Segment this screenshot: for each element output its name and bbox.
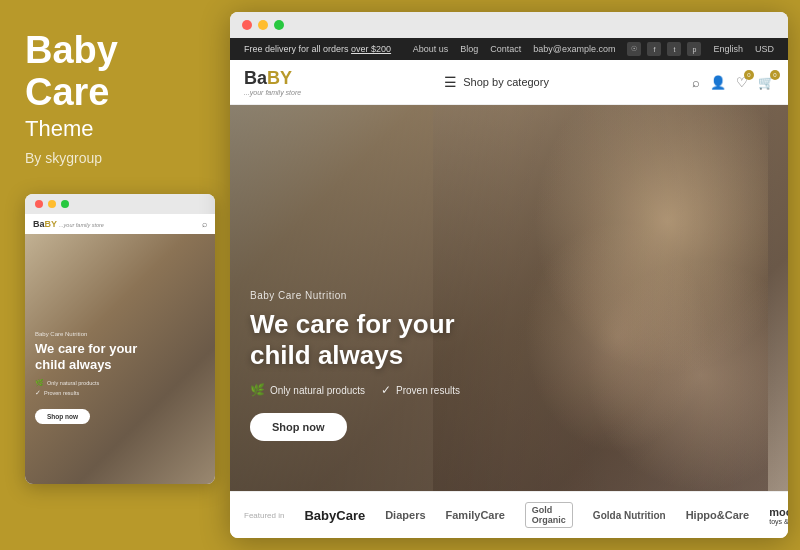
- mini-browser-bar: [25, 194, 215, 214]
- hero-section: Baby Care Nutrition We care for your chi…: [230, 105, 788, 491]
- blog-link[interactable]: Blog: [460, 44, 478, 54]
- twitter-icon[interactable]: t: [667, 42, 681, 56]
- top-bar-right: About us Blog Contact baby@example.com ☉…: [413, 42, 774, 56]
- mini-natural-icon: 🌿: [35, 379, 44, 387]
- mini-badge-proven: ✓ Proven results: [35, 389, 137, 397]
- brand-hippo: Hippo&Care: [686, 509, 750, 521]
- promo-text: Free delivery for all orders over $200: [244, 44, 391, 54]
- brand-line1: Baby: [25, 29, 118, 71]
- brand-gold-organic: GoldOrganic: [525, 502, 573, 528]
- brands-bar: Featured in BabyCare Diapers FamilyCare …: [230, 491, 788, 538]
- email-link[interactable]: baby@example.com: [533, 44, 615, 54]
- nav-action-icons: ⌕ 👤 ♡ 0 🛒 0: [692, 75, 774, 90]
- hero-content: Baby Care Nutrition We care for your chi…: [250, 290, 460, 441]
- nav-logo-tagline: ...your family store: [244, 89, 301, 96]
- hero-badge-proven: ✓ Proven results: [381, 383, 460, 397]
- brand-familycare: FamilyCare: [446, 509, 505, 521]
- browser-chrome-bar: [230, 12, 788, 38]
- mini-search-icon: ⌕: [202, 219, 207, 229]
- mini-tagline: ...your family store: [59, 222, 104, 228]
- nav-category-menu[interactable]: ☰ Shop by category: [444, 74, 549, 90]
- mini-badge-natural: 🌿 Only natural products: [35, 379, 137, 387]
- mini-nav: BaBY ...your family store ⌕: [25, 214, 215, 234]
- browser-dot-green: [274, 20, 284, 30]
- wishlist-icon[interactable]: ♡ 0: [736, 75, 748, 90]
- user-icon[interactable]: 👤: [710, 75, 726, 90]
- promo-highlight: over $200: [351, 44, 391, 54]
- mini-badges: 🌿 Only natural products ✓ Proven results: [35, 379, 137, 397]
- brand-moomy: moomytoys & supplies: [769, 506, 788, 525]
- facebook-icon[interactable]: f: [647, 42, 661, 56]
- about-us-link[interactable]: About us: [413, 44, 449, 54]
- brand-line2: Care: [25, 71, 110, 113]
- currency-selector[interactable]: USD: [755, 44, 774, 54]
- pinterest-icon[interactable]: p: [687, 42, 701, 56]
- nav-logo-text: BaBY: [244, 68, 301, 89]
- mini-shop-button[interactable]: Shop now: [35, 409, 90, 424]
- search-icon[interactable]: ⌕: [692, 75, 700, 90]
- hero-badge-natural: 🌿 Only natural products: [250, 383, 365, 397]
- wishlist-badge: 0: [744, 70, 754, 80]
- mini-dot-green: [61, 200, 69, 208]
- mini-content: BaBY ...your family store ⌕ Baby Care Nu…: [25, 214, 215, 484]
- mini-logo-text: BaBY: [33, 219, 57, 229]
- mini-proven-icon: ✓: [35, 389, 41, 397]
- browser-content: Free delivery for all orders over $200 A…: [230, 38, 788, 538]
- announcement-bar: Free delivery for all orders over $200 A…: [230, 38, 788, 60]
- mini-browser-preview: BaBY ...your family store ⌕ Baby Care Nu…: [25, 194, 215, 484]
- brand-babycare: BabyCare: [304, 508, 365, 523]
- hero-badges: 🌿 Only natural products ✓ Proven results: [250, 383, 460, 397]
- mini-hero-content: Baby Care Nutrition We care for your chi…: [35, 331, 137, 423]
- main-browser: Free delivery for all orders over $200 A…: [230, 12, 788, 538]
- cart-badge: 0: [770, 70, 780, 80]
- browser-dot-yellow: [258, 20, 268, 30]
- cart-icon[interactable]: 🛒 0: [758, 75, 774, 90]
- featured-label: Featured in: [244, 511, 284, 520]
- main-navigation: BaBY ...your family store ☰ Shop by cate…: [230, 60, 788, 105]
- mini-dot-red: [35, 200, 43, 208]
- mini-hero-title: We care for your child always: [35, 341, 137, 372]
- instagram-icon[interactable]: ☉: [627, 42, 641, 56]
- brand-subtitle: Theme: [25, 116, 93, 142]
- contact-link[interactable]: Contact: [490, 44, 521, 54]
- browser-dot-red: [242, 20, 252, 30]
- shop-category-label[interactable]: Shop by category: [463, 76, 549, 88]
- mini-category-label: Baby Care Nutrition: [35, 331, 137, 337]
- social-icons: ☉ f t p: [627, 42, 701, 56]
- nav-logo: BaBY ...your family store: [244, 68, 301, 96]
- hero-shop-button[interactable]: Shop now: [250, 413, 347, 441]
- proven-icon: ✓: [381, 383, 391, 397]
- hamburger-icon[interactable]: ☰: [444, 74, 457, 90]
- brand-title: Baby Care: [25, 30, 118, 114]
- hero-category-label: Baby Care Nutrition: [250, 290, 460, 301]
- hero-title: We care for your child always: [250, 309, 460, 371]
- brand-by: By skygroup: [25, 150, 102, 166]
- natural-icon: 🌿: [250, 383, 265, 397]
- language-selector[interactable]: English: [713, 44, 743, 54]
- mini-logo: BaBY ...your family store: [33, 219, 104, 229]
- mini-dot-yellow: [48, 200, 56, 208]
- brand-diapers: Diapers: [385, 509, 425, 521]
- brand-golda: Golda Nutrition: [593, 510, 666, 521]
- nav-logo-mark: BaBY ...your family store: [244, 68, 301, 96]
- left-panel: Baby Care Theme By skygroup BaBY ...your…: [0, 0, 230, 550]
